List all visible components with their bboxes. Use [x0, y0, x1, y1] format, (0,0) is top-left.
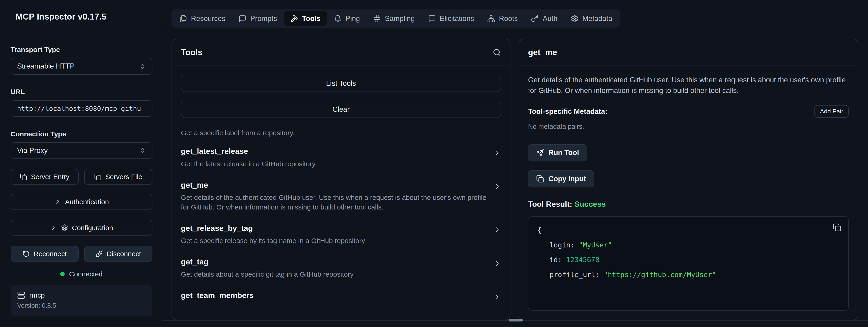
chevron-right-icon	[54, 198, 61, 205]
prompts-icon	[239, 15, 247, 23]
metadata-row: Tool-specific Metadata: Add Pair	[528, 105, 849, 118]
authentication-toggle[interactable]: Authentication	[10, 194, 152, 210]
tab-resources[interactable]: Resources	[174, 11, 231, 26]
tool-name: get_tag	[181, 257, 354, 266]
list-tools-button[interactable]: List Tools	[181, 75, 501, 92]
tool-text: get_latest_release Get the latest releas…	[181, 147, 315, 169]
chevrons-up-down-icon	[139, 63, 146, 70]
server-entry-button[interactable]: Server Entry	[10, 169, 79, 185]
tools-panel-header: Tools	[172, 39, 510, 66]
server-version: Version: 0.8.5	[17, 302, 146, 309]
app-window: MCP Inspector v0.17.5 Transport Type Str…	[0, 0, 868, 327]
copy-icon	[20, 173, 27, 180]
tool-intro-text: Get a specific label from a repository.	[181, 129, 501, 137]
result-value: "https://github.com/MyUser"	[603, 271, 716, 279]
tab-label: Roots	[499, 14, 518, 23]
tool-text: get_me Get details of the authenticated …	[181, 180, 487, 212]
reconnect-button[interactable]: Reconnect	[10, 246, 79, 262]
transport-type-select[interactable]: Streamable HTTP	[10, 58, 152, 75]
detail-title: get_me	[528, 48, 557, 57]
servers-file-button[interactable]: Servers File	[84, 169, 152, 185]
tab-label: Elicitations	[440, 14, 474, 23]
roots-icon	[487, 15, 495, 23]
server-card: rmcp Version: 0.8.5	[10, 285, 152, 317]
result-label-text: Tool Result:	[528, 200, 572, 208]
copy-input-button[interactable]: Copy Input	[528, 170, 594, 187]
connection-type-value: Via Proxy	[17, 147, 48, 155]
tool-text: get_tag Get details about a specific git…	[181, 257, 354, 279]
tab-tools[interactable]: Tools	[284, 11, 327, 26]
url-input[interactable]	[10, 100, 152, 117]
authentication-label: Authentication	[65, 198, 109, 206]
tool-row-get_latest_release[interactable]: get_latest_release Get the latest releas…	[181, 139, 501, 173]
chevrons-up-down-icon	[139, 147, 146, 154]
tool-result-label: Tool Result: Success	[528, 200, 849, 209]
tools-body: List Tools Clear Get a specific label fr…	[172, 66, 510, 320]
tab-sampling[interactable]: Sampling	[367, 11, 421, 26]
copy-icon[interactable]	[833, 223, 841, 232]
tool-row-get_tag[interactable]: get_tag Get details about a specific git…	[181, 249, 501, 283]
configuration-toggle[interactable]: Configuration	[10, 220, 152, 236]
connection-status: Connected	[10, 270, 152, 278]
tool-description: Get details of the authenticated GitHub …	[528, 75, 849, 96]
run-tool-label: Run Tool	[548, 149, 579, 157]
search-icon[interactable]	[493, 48, 501, 57]
detail-body: Get details of the authenticated GitHub …	[519, 66, 858, 320]
ping-icon	[334, 15, 342, 23]
splitter-handle[interactable]	[508, 319, 523, 322]
sampling-icon	[373, 15, 381, 23]
tab-label: Auth	[542, 14, 557, 23]
status-text: Connected	[69, 270, 103, 278]
resources-icon	[179, 15, 187, 23]
tab-prompts[interactable]: Prompts	[232, 11, 283, 26]
chevron-right-icon	[493, 149, 501, 157]
connection-type-select[interactable]: Via Proxy	[10, 142, 152, 159]
chevron-right-icon	[493, 260, 501, 267]
tab-auth[interactable]: Auth	[525, 11, 564, 26]
sidebar-header: MCP Inspector v0.17.5	[0, 0, 163, 31]
result-key: login:	[550, 241, 579, 249]
content: Tools List Tools Clear Get a specific la…	[172, 39, 858, 320]
servers-file-label: Servers File	[105, 173, 142, 181]
gear-icon	[61, 224, 68, 231]
tool-detail-panel: get_me Get details of the authenticated …	[519, 39, 858, 320]
result-line: id: 12345678	[537, 252, 839, 267]
tool-text: get_team_members	[181, 291, 254, 300]
tab-label: Sampling	[385, 14, 414, 23]
chevron-right-icon	[493, 293, 501, 301]
tab-label: Ping	[346, 14, 360, 23]
tool-row-get_release_by_tag[interactable]: get_release_by_tag Get a specific releas…	[181, 216, 501, 249]
tools-icon	[290, 15, 298, 23]
configuration-label: Configuration	[72, 224, 113, 232]
elicitations-icon	[428, 15, 436, 23]
detail-panel-header: get_me	[519, 39, 858, 66]
add-pair-button[interactable]: Add Pair	[814, 105, 849, 118]
tab-elicitations[interactable]: Elicitations	[422, 11, 480, 26]
auth-icon	[531, 15, 539, 23]
clear-button[interactable]: Clear	[181, 101, 501, 118]
server-icon	[17, 291, 25, 299]
result-key: id:	[550, 256, 566, 264]
run-tool-button[interactable]: Run Tool	[528, 144, 587, 161]
tool-row-get_team_members[interactable]: get_team_members	[181, 283, 501, 305]
send-icon	[536, 149, 544, 157]
tab-roots[interactable]: Roots	[481, 11, 524, 26]
tool-row-get_me[interactable]: get_me Get details of the authenticated …	[181, 173, 501, 216]
code-open-brace: {	[537, 223, 839, 238]
disconnect-button[interactable]: Disconnect	[84, 246, 152, 262]
tool-description: Get a specific release by its tag name i…	[181, 236, 365, 246]
tab-metadata[interactable]: Metadata	[565, 11, 619, 26]
tab-label: Tools	[302, 14, 320, 23]
transport-type-label: Transport Type	[10, 46, 152, 54]
main-area: Resources Prompts Tools Ping Sampling El…	[163, 0, 868, 327]
result-code-block: { login: "MyUser" id: 12345678 profile_u…	[528, 216, 849, 311]
copy-icon	[94, 173, 101, 180]
tab-ping[interactable]: Ping	[328, 11, 366, 26]
sidebar-body: Transport Type Streamable HTTP URL Conne…	[0, 31, 163, 317]
result-line: profile_url: "https://github.com/MyUser"	[537, 267, 839, 283]
tool-description: Get details of the authenticated GitHub …	[181, 193, 487, 212]
chevron-right-icon	[493, 226, 501, 234]
tool-text: get_release_by_tag Get a specific releas…	[181, 224, 365, 246]
tools-list: get_latest_release Get the latest releas…	[181, 139, 501, 305]
unplug-icon	[96, 250, 103, 257]
